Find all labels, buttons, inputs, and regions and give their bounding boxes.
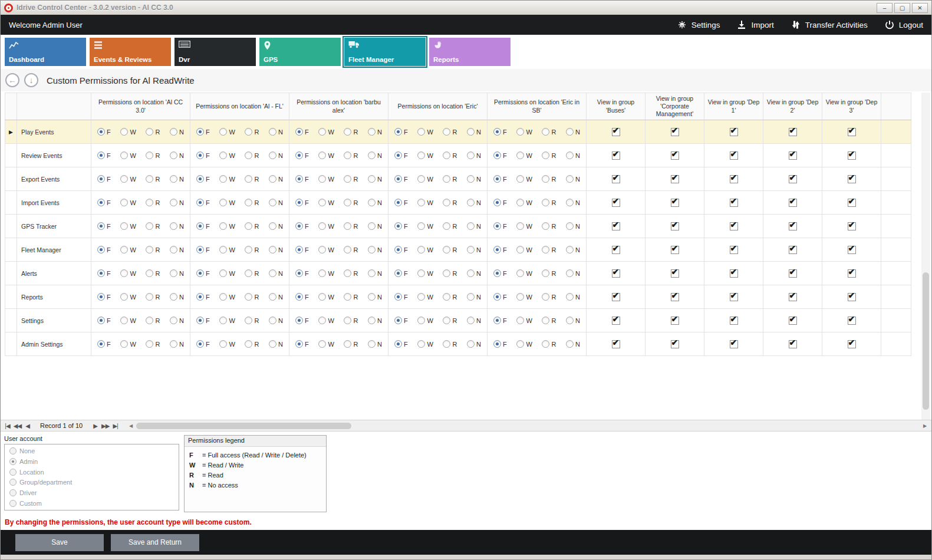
permission-radio-w[interactable]: W <box>219 151 235 159</box>
permission-radio-input-f[interactable] <box>97 269 105 277</box>
permission-radio-w[interactable]: W <box>516 151 532 159</box>
permission-radio-input-n[interactable] <box>566 246 574 253</box>
permission-radio-input-r[interactable] <box>344 222 351 230</box>
permission-radio-f[interactable]: F <box>394 246 408 253</box>
group-view-checkbox[interactable] <box>848 317 856 325</box>
permission-radio-input-r[interactable] <box>542 246 549 253</box>
permission-radio-input-r[interactable] <box>443 199 450 206</box>
permission-radio-input-f[interactable] <box>295 222 303 230</box>
permission-radio-input-n[interactable] <box>368 128 376 136</box>
group-view-checkbox[interactable] <box>789 293 797 301</box>
permission-radio-input-w[interactable] <box>318 317 326 324</box>
grid-row-fleet-manager[interactable]: Fleet ManagerFWRNFWRNFWRNFWRNFWRN <box>5 238 911 262</box>
permission-radio-w[interactable]: W <box>516 128 532 136</box>
permission-radio-input-w[interactable] <box>318 128 326 136</box>
permission-radio-input-r[interactable] <box>344 293 351 301</box>
permission-radio-r[interactable]: R <box>245 246 259 253</box>
permission-radio-r[interactable]: R <box>542 222 556 230</box>
group-view-checkbox[interactable] <box>671 340 679 348</box>
permission-radio-input-w[interactable] <box>417 340 425 348</box>
permission-radio-w[interactable]: W <box>318 128 334 136</box>
permission-radio-input-f[interactable] <box>196 293 204 301</box>
permission-radio-n[interactable]: N <box>368 293 382 301</box>
group-view-checkbox[interactable] <box>730 175 738 183</box>
permission-radio-input-f[interactable] <box>394 199 402 206</box>
permission-radio-f[interactable]: F <box>394 175 408 183</box>
permission-radio-input-n[interactable] <box>269 340 276 348</box>
permission-radio-input-n[interactable] <box>467 199 475 206</box>
permission-radio-input-f[interactable] <box>295 128 303 136</box>
user-account-radio-location[interactable] <box>9 469 17 476</box>
group-view-checkbox[interactable] <box>730 128 738 136</box>
grid-row-settings[interactable]: SettingsFWRNFWRNFWRNFWRNFWRN <box>5 309 911 332</box>
permission-radio-n[interactable]: N <box>368 128 382 136</box>
permission-radio-input-f[interactable] <box>394 293 402 301</box>
transfer-activities-button[interactable]: Transfer Activities <box>791 19 868 30</box>
user-account-radio-admin[interactable] <box>9 458 17 465</box>
horizontal-scrollbar-thumb[interactable] <box>136 423 351 429</box>
permission-radio-input-n[interactable] <box>368 175 376 183</box>
permission-radio-input-n[interactable] <box>566 317 574 324</box>
permission-radio-n[interactable]: N <box>566 175 580 183</box>
permission-radio-f[interactable]: F <box>493 340 507 348</box>
permission-radio-w[interactable]: W <box>318 151 334 159</box>
permission-radio-r[interactable]: R <box>146 293 160 301</box>
permission-radio-input-r[interactable] <box>245 293 252 301</box>
permission-radio-n[interactable]: N <box>368 269 382 277</box>
permission-radio-w[interactable]: W <box>417 128 433 136</box>
permission-radio-input-f[interactable] <box>97 222 105 230</box>
permission-radio-input-n[interactable] <box>170 293 177 301</box>
permission-radio-r[interactable]: R <box>542 293 556 301</box>
permission-radio-n[interactable]: N <box>269 128 283 136</box>
permission-radio-input-n[interactable] <box>269 317 276 324</box>
permission-radio-f[interactable]: F <box>295 175 309 183</box>
permission-radio-r[interactable]: R <box>344 317 358 324</box>
prev-page-button[interactable]: ◀◀ <box>13 423 22 429</box>
prev-record-button[interactable]: ◀ <box>23 423 32 429</box>
group-view-checkbox[interactable] <box>789 151 797 160</box>
permission-radio-f[interactable]: F <box>97 246 111 253</box>
permission-radio-input-f[interactable] <box>196 317 204 324</box>
permission-radio-f[interactable]: F <box>493 222 507 230</box>
permission-radio-w[interactable]: W <box>417 317 433 324</box>
permission-radio-w[interactable]: W <box>120 340 136 348</box>
minimize-button[interactable]: – <box>877 3 893 13</box>
horizontal-scrollbar[interactable]: ◀ ▶ <box>127 422 929 430</box>
permission-radio-f[interactable]: F <box>394 340 408 348</box>
permission-radio-input-r[interactable] <box>542 269 549 277</box>
permission-radio-n[interactable]: N <box>368 246 382 253</box>
permission-radio-input-w[interactable] <box>219 340 227 348</box>
permission-radio-input-r[interactable] <box>542 340 549 348</box>
permission-radio-input-w[interactable] <box>318 246 326 253</box>
permission-radio-input-n[interactable] <box>170 199 177 206</box>
permission-radio-input-n[interactable] <box>566 151 574 159</box>
next-record-button[interactable]: ▶ <box>91 423 100 429</box>
permission-radio-r[interactable]: R <box>146 128 160 136</box>
permission-radio-n[interactable]: N <box>467 199 481 206</box>
grid-row-admin-settings[interactable]: Admin SettingsFWRNFWRNFWRNFWRNFWRN <box>5 332 911 356</box>
permission-radio-input-w[interactable] <box>219 293 227 301</box>
permission-radio-input-n[interactable] <box>170 269 177 277</box>
permission-radio-n[interactable]: N <box>170 222 184 230</box>
permission-radio-w[interactable]: W <box>318 269 334 277</box>
group-view-checkbox[interactable] <box>612 269 620 278</box>
permission-radio-input-r[interactable] <box>443 269 450 277</box>
permission-radio-input-r[interactable] <box>146 199 153 206</box>
permission-radio-input-n[interactable] <box>566 340 574 348</box>
permission-radio-input-n[interactable] <box>170 317 177 324</box>
permission-radio-f[interactable]: F <box>295 199 309 206</box>
permission-radio-input-f[interactable] <box>493 128 501 136</box>
permission-radio-r[interactable]: R <box>542 317 556 324</box>
permission-radio-w[interactable]: W <box>120 222 136 230</box>
permission-radio-f[interactable]: F <box>493 317 507 324</box>
permission-radio-f[interactable]: F <box>196 340 210 348</box>
permission-radio-n[interactable]: N <box>467 175 481 183</box>
permission-radio-n[interactable]: N <box>170 246 184 253</box>
permission-radio-w[interactable]: W <box>318 175 334 183</box>
permission-radio-f[interactable]: F <box>493 293 507 301</box>
permission-radio-input-n[interactable] <box>368 199 376 206</box>
permission-radio-input-f[interactable] <box>394 340 402 348</box>
permission-radio-input-w[interactable] <box>219 222 227 230</box>
permission-radio-f[interactable]: F <box>394 317 408 324</box>
permission-radio-input-r[interactable] <box>245 222 252 230</box>
